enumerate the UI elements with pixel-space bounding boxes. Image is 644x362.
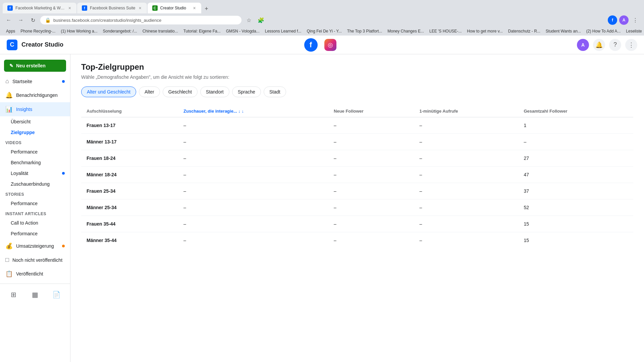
table-row: Männer 18-24 – – – 47 bbox=[81, 167, 633, 183]
profile-circle[interactable]: A bbox=[619, 15, 629, 25]
bell-icon: 🔔 bbox=[5, 92, 13, 99]
sidebar-item-noch-nicht[interactable]: □ Noch nicht veröffentlicht bbox=[0, 253, 70, 267]
bookmark-11[interactable]: LEE 'S HOUSE-... bbox=[427, 28, 464, 34]
bookmark-13[interactable]: Datenschutz - R... bbox=[506, 28, 542, 34]
sidebar-grid-icon[interactable]: ⊞ bbox=[7, 288, 20, 301]
tab-2[interactable]: f Facebook Business Suite × bbox=[77, 3, 147, 13]
instagram-icon[interactable]: ◎ bbox=[324, 39, 336, 51]
bookmark-star[interactable]: ☆ bbox=[244, 15, 254, 25]
col-header-zuschauer[interactable]: Zuschauer, die interagie... ↓ bbox=[178, 105, 328, 117]
bookmark-12[interactable]: How to get more v... bbox=[465, 28, 504, 34]
cell-aufschlusselung-5: Männer 25-34 bbox=[81, 199, 178, 216]
col-header-1min-aufrufe: 1-minütige Aufrufe bbox=[414, 105, 519, 117]
cell-aufrufe-4: – bbox=[414, 183, 519, 199]
bookmark-3[interactable]: Sonderangebot: /... bbox=[101, 28, 139, 34]
main-layout: ✎ Neu erstellen ⌂ Startseite 🔔 Benachric… bbox=[0, 54, 644, 362]
filter-tab-geschlecht[interactable]: Geschlecht bbox=[163, 86, 198, 97]
bookmark-4[interactable]: Chinese translatio... bbox=[141, 28, 180, 34]
tab-3[interactable]: C Creator Studio × bbox=[148, 3, 201, 13]
cell-follower-4: 37 bbox=[518, 183, 633, 199]
notification-bell-icon[interactable]: 🔔 bbox=[593, 39, 605, 51]
cell-neue-follower-1: – bbox=[328, 134, 414, 150]
tab-favicon-2: f bbox=[82, 5, 87, 11]
back-button[interactable]: ← bbox=[4, 15, 13, 25]
avatar[interactable]: A bbox=[577, 39, 589, 51]
stories-perf-label: Performance bbox=[11, 201, 38, 206]
header-right: A 🔔 ? ⋮ bbox=[577, 39, 637, 51]
sidebar-item-benachrichtigungen[interactable]: 🔔 Benachrichtigungen bbox=[0, 88, 70, 102]
facebook-icon[interactable]: f bbox=[304, 38, 318, 52]
bookmark-1[interactable]: Phone Recycling-... bbox=[18, 28, 57, 34]
reload-button[interactable]: ↻ bbox=[28, 15, 38, 25]
bookmark-15[interactable]: (2) How To Add A... bbox=[584, 28, 623, 34]
noch-nicht-icon: □ bbox=[5, 256, 9, 263]
filter-tab-stadt[interactable]: Stadt bbox=[264, 86, 286, 97]
address-bar[interactable]: 🔒 business.facebook.com/creatorstudio/in… bbox=[40, 16, 241, 24]
veroffentlicht-label: Veröffentlicht bbox=[16, 271, 43, 277]
address-bar-row: ← → ↻ 🔒 business.facebook.com/creatorstu… bbox=[0, 13, 644, 27]
bookmark-leseliste[interactable]: Leseliste bbox=[624, 28, 644, 34]
cell-aufrufe-0: – bbox=[414, 117, 519, 134]
sidebar-sub-stories-perf[interactable]: Performance bbox=[0, 198, 70, 209]
sidebar-sub-benchmarking[interactable]: Benchmarking bbox=[0, 157, 70, 168]
bookmark-5[interactable]: Tutorial: Eigene Fa... bbox=[181, 28, 223, 34]
bookmark-7[interactable]: Lessons Learned f... bbox=[263, 28, 304, 34]
new-tab-button[interactable]: + bbox=[202, 4, 211, 13]
sidebar-item-startseite[interactable]: ⌂ Startseite bbox=[0, 74, 70, 88]
extensions-icon[interactable]: 🧩 bbox=[256, 15, 266, 25]
bookmark-10[interactable]: Money Changes E... bbox=[385, 28, 426, 34]
filter-tab-standort[interactable]: Standort bbox=[200, 86, 229, 97]
sidebar-sub-loyalitat[interactable]: Loyalität bbox=[0, 168, 70, 179]
create-button[interactable]: ✎ Neu erstellen bbox=[4, 60, 66, 72]
create-label: Neu erstellen bbox=[16, 63, 46, 68]
table-row: Männer 13-17 – – – – bbox=[81, 134, 633, 150]
bookmark-6[interactable]: GMSN - Vologda... bbox=[224, 28, 262, 34]
tab-close-2[interactable]: × bbox=[138, 5, 142, 11]
sidebar-sub-zuschauerbindung[interactable]: Zuschauerbindung bbox=[0, 179, 70, 189]
cell-aufschlusselung-6: Frauen 35-44 bbox=[81, 216, 178, 232]
sidebar-label-startseite: Startseite bbox=[12, 79, 32, 84]
page-subtitle: Wähle „Demografische Angaben", um die An… bbox=[81, 74, 633, 80]
bookmark-8[interactable]: Qing Fei De Yi - Y... bbox=[305, 28, 343, 34]
table-row: Männer 25-34 – – – 52 bbox=[81, 199, 633, 216]
zielgruppe-label: Zielgruppe bbox=[11, 130, 35, 135]
filter-tab-sprache[interactable]: Sprache bbox=[232, 86, 261, 97]
fb-shortcut-1[interactable]: f bbox=[608, 15, 617, 25]
cell-zuschauer-0: – bbox=[178, 117, 328, 134]
sidebar-item-umsatzsteigerung[interactable]: 💰 Umsatzsteigerung bbox=[0, 239, 70, 253]
secure-icon: 🔒 bbox=[45, 17, 51, 23]
bookmark-apps[interactable]: Apps bbox=[4, 28, 17, 34]
filter-tab-alter[interactable]: Alter bbox=[139, 86, 160, 97]
cell-neue-follower-5: – bbox=[328, 199, 414, 216]
help-icon[interactable]: ? bbox=[609, 39, 621, 51]
sidebar-table-icon[interactable]: ▦ bbox=[28, 288, 42, 301]
filter-tab-alter-geschlecht[interactable]: Alter und Geschlecht bbox=[81, 86, 136, 97]
sidebar-page-icon[interactable]: 📄 bbox=[50, 288, 63, 301]
bookmark-2[interactable]: (1) How Working a... bbox=[59, 28, 99, 34]
header-left: C Creator Studio bbox=[7, 40, 63, 50]
sidebar-item-insights[interactable]: 📊 Insights bbox=[0, 102, 70, 116]
forward-button[interactable]: → bbox=[16, 15, 25, 25]
col-header-aufschlusselung: Aufschlüsselung bbox=[81, 105, 178, 117]
insights-icon: 📊 bbox=[5, 106, 13, 113]
sidebar-sub-ia-performance[interactable]: Performance bbox=[0, 228, 70, 239]
cell-zuschauer-3: – bbox=[178, 167, 328, 183]
cell-follower-2: 27 bbox=[518, 150, 633, 167]
sidebar-sub-performance[interactable]: Performance bbox=[0, 146, 70, 157]
bookmark-14[interactable]: Student Wants an... bbox=[544, 28, 583, 34]
sidebar-sub-zielgruppe[interactable]: Zielgruppe bbox=[0, 127, 70, 138]
tab-1[interactable]: f Facebook Marketing & Werbe... × bbox=[3, 3, 76, 13]
sidebar-sub-call-to-action[interactable]: Call to Action bbox=[0, 218, 70, 228]
bookmark-9[interactable]: The Top 3 Platfort... bbox=[345, 28, 384, 34]
app-header: C Creator Studio f ◎ A 🔔 ? ⋮ bbox=[0, 36, 644, 54]
sidebar: ✎ Neu erstellen ⌂ Startseite 🔔 Benachric… bbox=[0, 54, 70, 362]
tab-close-1[interactable]: × bbox=[68, 5, 72, 11]
browser-menu[interactable]: ⋮ bbox=[631, 15, 640, 25]
sidebar-sub-ubersicht[interactable]: Übersicht bbox=[0, 116, 70, 127]
tab-close-3[interactable]: × bbox=[192, 5, 196, 11]
col-header-gesamtzahl-follower: Gesamtzahl Follower bbox=[518, 105, 633, 117]
settings-icon[interactable]: ⋮ bbox=[625, 39, 637, 51]
sidebar-item-veroffentlicht[interactable]: 📋 Veröffentlicht bbox=[0, 267, 70, 281]
cell-zuschauer-7: – bbox=[178, 232, 328, 249]
loyalitat-dot bbox=[62, 172, 65, 175]
